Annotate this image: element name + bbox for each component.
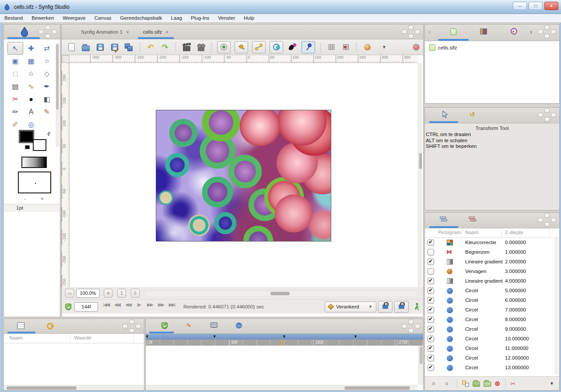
sets-tab-icon[interactable] [469,217,477,222]
menu-item[interactable]: Weergave [58,14,90,22]
lower-layer-icon[interactable]: » [444,379,451,388]
layer-visible-checkbox[interactable] [428,259,434,265]
layer-visible-checkbox[interactable] [428,239,434,246]
layer-row[interactable]: Lineaire gradient 4.000000 [425,276,554,286]
undo-icon[interactable]: ↶ [145,42,156,52]
canvas-horizontal-scrollbar[interactable] [145,290,418,296]
open-icon[interactable] [81,42,91,52]
background-color-swatch[interactable] [33,139,46,151]
layer-row[interactable]: Lineaire gradient 2.000000 [425,257,554,267]
new-document-icon[interactable] [66,42,77,52]
timetrack-shield-icon[interactable] [65,304,71,310]
document-tab[interactable]: Synfig Animation 1 × [74,24,136,39]
transport-button[interactable]: ▶▶ [144,302,155,312]
toolbox-scrollbar[interactable] [56,43,59,147]
layers-tab-icon[interactable] [440,217,448,222]
layer-visible-checkbox[interactable] [428,336,434,342]
tool-button[interactable]: ◎ [23,118,39,131]
tool-button[interactable]: ▣ [7,55,23,67]
layer-row[interactable]: Vervagen 3.000000 [425,267,554,276]
menu-item[interactable]: Bewerken [27,14,58,22]
close-tab-icon[interactable]: × [126,29,129,35]
keyframe-marker-icon[interactable]: ▼ [282,334,286,339]
rendered-artwork[interactable] [156,110,331,242]
save-all-icon[interactable] [124,42,134,52]
layer-visible-checkbox[interactable] [428,297,434,304]
document-tab[interactable]: cells.sifz × [136,24,175,39]
column-header-naam[interactable]: Naam [9,335,23,340]
menu-item[interactable]: Gereedschapsbalk [116,14,167,22]
dock-widget[interactable] [122,320,143,333]
layer-visible-checkbox[interactable] [428,287,434,294]
fit-canvas-button[interactable]: ⠿ [131,289,140,298]
dock-widget[interactable] [537,108,558,122]
dock-widget[interactable] [537,25,558,38]
transport-button[interactable]: ▶ [133,302,144,312]
delete-layer-icon[interactable]: ⊗ [494,379,500,388]
layer-visible-checkbox[interactable] [428,316,434,323]
layer-visible-checkbox[interactable] [428,268,434,275]
tool-button[interactable]: ✐ [7,118,23,131]
render-icon[interactable] [181,42,192,52]
tool-button[interactable]: ▤ [7,80,23,93]
lock-future-keyframe-button[interactable] [394,301,409,313]
dock-widget[interactable] [401,25,422,38]
layer-visible-checkbox[interactable] [428,249,434,256]
anchor-dropdown[interactable]: Verankerd ▼ [325,301,376,312]
layer-visible-checkbox[interactable] [428,355,434,361]
grid-snap-icon[interactable] [340,42,351,52]
zoom-level-field[interactable]: 100.0% [76,289,100,298]
toggle-position-handles-icon[interactable] [217,41,231,53]
close-tab-icon[interactable]: × [165,29,168,35]
layer-visible-checkbox[interactable] [428,364,434,371]
raise-layer-icon[interactable]: « [431,379,438,388]
keyframe-strip[interactable]: ▼▼▼▼ [146,334,423,340]
tool-button[interactable]: ∿ [23,80,39,93]
layer-visible-checkbox[interactable] [428,278,434,284]
tool-button[interactable]: ✏ [7,105,23,118]
tool-button[interactable]: ◧ [39,93,55,105]
group-layer-icon[interactable] [462,381,469,387]
layer-visible-checkbox[interactable] [428,307,434,313]
tool-button[interactable]: ↖ [7,42,23,55]
layer-row[interactable]: Circel 10.000000 [425,334,554,344]
column-header-waarde[interactable]: Waarde [74,335,91,340]
time-bar[interactable]: ▼▼▼▼ 0f90f180f270f [146,334,423,346]
params-tab-icon[interactable] [17,322,25,329]
menu-item[interactable]: Hulp [239,14,259,22]
canvas-browser-tab-icon[interactable] [450,28,456,35]
increase-width-button[interactable]: + [41,196,44,201]
layer-row[interactable]: Circel 6.000000 [425,296,554,305]
menu-item[interactable]: Laag [166,14,186,22]
dock-widget[interactable] [401,320,422,333]
tool-button[interactable]: ✒ [39,80,55,93]
zoom-in-button[interactable]: ✛ [104,289,112,298]
toggle-angle-handles-icon[interactable] [287,42,298,52]
tool-button[interactable]: ✎ [39,105,55,118]
layer-row[interactable]: Circel 7.000000 [425,305,554,315]
layer-visible-checkbox[interactable] [428,345,434,352]
curves-tab-icon[interactable]: ∿ [186,321,192,329]
column-header-naam[interactable]: Naam [465,230,479,235]
toggle-handle-tooltips-icon[interactable] [302,41,315,53]
transport-button[interactable]: ▶▶| [166,302,177,312]
layer-row[interactable]: Kleurcorrectie 0.000000 [425,238,554,248]
canvas-vertical-scrollbar[interactable] [418,63,422,287]
keyframes-key-icon[interactable] [47,322,54,329]
menu-item[interactable]: Plug-Ins [186,14,214,22]
tool-button[interactable]: ⇄ [39,42,55,55]
more-options-icon[interactable]: ▼ [547,381,557,386]
keyframe-marker-icon[interactable]: ▼ [213,334,217,339]
menu-item[interactable]: Venster [214,14,239,22]
menu-item[interactable]: Bestand [0,14,27,22]
transport-button[interactable]: ▶▶ [155,302,166,312]
toggle-vertex-handles-icon[interactable] [235,41,248,53]
time-cursor[interactable] [281,340,282,346]
tool-button[interactable]: ☆ [23,67,39,80]
layer-row[interactable]: Begrenzen 1.000000 [425,248,554,257]
redo-icon[interactable]: ↷ [160,42,170,52]
canvas-tree-item[interactable]: cells.sifz [425,41,559,51]
layers-vertical-scrollbar[interactable] [554,238,559,374]
current-time-field[interactable]: 144f [74,302,98,312]
open-group-icon[interactable] [484,382,491,387]
